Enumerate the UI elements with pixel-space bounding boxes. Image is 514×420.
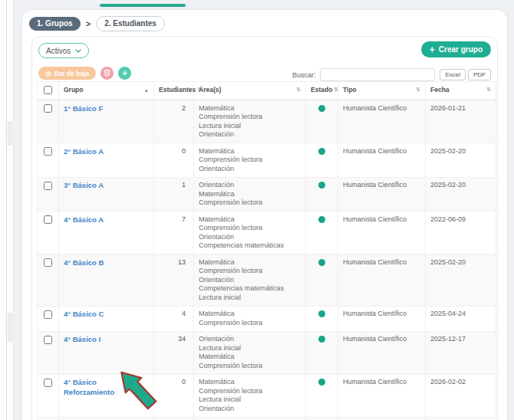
status-cell xyxy=(306,177,338,212)
group-link[interactable]: 4° Básico Reforzamiento xyxy=(64,378,114,396)
row-select-cell xyxy=(38,212,59,254)
row-checkbox[interactable] xyxy=(44,310,52,319)
group-link[interactable]: 4° Básico I xyxy=(64,335,100,343)
area-item: Lectura inicial xyxy=(199,395,301,405)
empty-cell xyxy=(338,417,426,420)
area-item: Lectura inicial xyxy=(199,344,301,353)
column-header-fecha[interactable]: Fecha⇅ xyxy=(426,82,496,100)
type-cell: Humanista Científico xyxy=(338,143,426,178)
rail-scroll-handle[interactable] xyxy=(8,121,12,146)
students-count-cell: 1 xyxy=(154,177,194,212)
area-item: Orientación xyxy=(199,130,301,139)
export-excel-button[interactable]: Excel xyxy=(440,69,466,80)
students-count-cell: 7 xyxy=(154,212,194,254)
empty-cell xyxy=(38,417,59,420)
status-active-dot xyxy=(318,379,325,386)
group-link[interactable]: 1° Básico F xyxy=(64,104,103,113)
export-pdf-button[interactable]: PDF xyxy=(468,69,491,80)
column-label: Fecha xyxy=(430,86,450,94)
status-cell xyxy=(306,212,338,254)
students-count-cell: 34 xyxy=(154,331,194,374)
status-cell xyxy=(306,374,338,417)
areas-cell: MatemáticaComprensión lectoraOrientación… xyxy=(194,254,306,307)
empty-cell xyxy=(59,417,154,420)
group-cell: 4° Básico A xyxy=(59,212,154,254)
area-item: Matemática xyxy=(199,310,301,319)
add-button[interactable]: + xyxy=(118,67,131,80)
date-cell: 2025-12-17 xyxy=(426,331,496,374)
row-checkbox[interactable] xyxy=(44,215,52,224)
area-item: Comprensión lectora xyxy=(199,224,301,233)
row-checkbox[interactable] xyxy=(44,104,52,113)
row-checkbox[interactable] xyxy=(44,379,52,387)
area-item: Matemática xyxy=(199,215,301,225)
breadcrumb-step-grupos[interactable]: 1. Grupos xyxy=(29,17,81,31)
column-header-estudiantes[interactable]: Estudiantes⇅ xyxy=(154,82,194,100)
sort-icon: ⇅ xyxy=(486,87,491,93)
group-link[interactable]: 3° Básico A xyxy=(64,181,104,189)
group-cell: 2° Básico A xyxy=(59,143,154,178)
row-checkbox[interactable] xyxy=(44,336,52,344)
row-checkbox[interactable] xyxy=(44,147,52,156)
areas-cell: OrientaciónLectura inicialMatemáticaComp… xyxy=(194,331,306,374)
table-row: 4° Básico B13MatemáticaComprensión lecto… xyxy=(38,254,496,307)
group-link[interactable]: 2° Básico A xyxy=(64,147,104,156)
bulk-actions: ◷ Dar de baja + xyxy=(38,67,131,80)
area-item: Orientación xyxy=(199,165,301,174)
search-label: Buscar: xyxy=(292,71,316,79)
empty-cell xyxy=(194,417,306,420)
select-all-checkbox[interactable] xyxy=(44,86,52,94)
column-label: Grupo xyxy=(64,86,84,94)
breadcrumb-step-estudiantes[interactable]: 2. Estudiantes xyxy=(96,16,165,31)
row-checkbox[interactable] xyxy=(44,258,52,267)
areas-cell: MatemáticaComprensión lectora xyxy=(194,306,306,331)
type-cell: Humanista Científico xyxy=(338,306,426,331)
deactivate-button[interactable]: ◷ Dar de baja xyxy=(38,67,96,80)
sort-icon: ⇅ xyxy=(416,87,420,93)
row-select-cell xyxy=(38,306,59,331)
group-link[interactable]: 4° Básico C xyxy=(64,310,104,318)
table-row: 4° Básico A7MatemáticaComprensión lector… xyxy=(38,212,496,254)
rail-divider xyxy=(6,0,7,420)
sort-icon: ⇅ xyxy=(296,87,301,93)
area-item: Matemática xyxy=(199,147,301,156)
row-checkbox[interactable] xyxy=(44,182,52,190)
deactivate-label: Dar de baja xyxy=(54,70,89,77)
area-item: Comprensión lectora xyxy=(199,267,301,276)
column-header-reas[interactable]: Área(s)⇅ xyxy=(194,82,306,100)
status-filter-select[interactable]: Activos xyxy=(38,43,89,58)
area-item: Matemática xyxy=(199,190,301,199)
status-active-dot xyxy=(318,105,325,112)
date-cell: 2026-02-02 xyxy=(426,374,496,417)
date-cell: 2025-02-20 xyxy=(426,254,496,307)
rail-scroll-handle[interactable] xyxy=(8,313,12,342)
row-select-cell xyxy=(38,254,59,307)
empty-cell xyxy=(306,417,338,420)
status-active-dot xyxy=(318,148,325,155)
select-all-cell xyxy=(38,82,59,100)
row-select-cell xyxy=(38,100,59,143)
create-group-button[interactable]: + Crear grupo xyxy=(421,41,491,57)
delete-button[interactable] xyxy=(100,67,114,80)
column-header-estado[interactable]: Estado⇅ xyxy=(306,82,338,100)
area-item: Matemática xyxy=(199,353,301,362)
areas-cell: MatemáticaComprensión lectoraOrientación xyxy=(194,143,306,178)
search-input[interactable] xyxy=(320,68,435,81)
table-row-partial xyxy=(38,417,496,420)
date-cell: 2025-04-24 xyxy=(426,306,496,331)
column-label: Área(s) xyxy=(199,86,221,94)
plus-icon: + xyxy=(123,68,127,77)
date-cell: 2022-06-09 xyxy=(426,212,496,254)
group-link[interactable]: 4° Básico B xyxy=(64,258,104,267)
column-header-grupo[interactable]: Grupo▲ xyxy=(59,82,154,100)
group-cell: 1° Básico F xyxy=(59,100,154,143)
status-cell xyxy=(306,306,338,331)
area-item: Matemática xyxy=(199,104,301,113)
group-cell: 4° Básico B xyxy=(59,254,154,307)
groups-table: Grupo▲Estudiantes⇅Área(s)⇅Estado⇅Tipo⇅Fe… xyxy=(37,81,496,420)
group-link[interactable]: 4° Básico A xyxy=(64,215,104,224)
date-cell: 2025-02-20 xyxy=(426,143,496,178)
column-header-tipo[interactable]: Tipo⇅ xyxy=(338,82,426,100)
area-item: Comprensión lectora xyxy=(199,156,301,165)
sort-icon: ⇅ xyxy=(334,87,338,93)
